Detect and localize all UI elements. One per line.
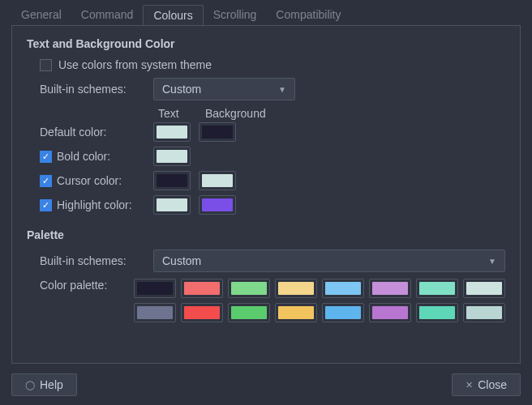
- palette-swatch-15[interactable]: [463, 303, 505, 322]
- system-theme-label: Use colors from system theme: [58, 58, 212, 71]
- default-bg-swatch[interactable]: [199, 122, 236, 142]
- tab-bar: General Command Colours Scrolling Compat…: [0, 0, 532, 25]
- column-headers: Text Background: [27, 107, 505, 120]
- builtin-schemes-row: Built-in schemes: Custom ▼: [27, 75, 505, 104]
- bold-color-row: ✓ Bold color:: [27, 144, 505, 168]
- col-text-header: Text: [158, 107, 195, 120]
- help-icon: ◯: [25, 380, 35, 390]
- default-text-swatch[interactable]: [153, 122, 191, 142]
- close-icon: ✕: [466, 380, 473, 390]
- builtin-schemes-select[interactable]: Custom ▼: [153, 78, 295, 100]
- system-theme-row[interactable]: Use colors from system theme: [27, 55, 505, 75]
- system-theme-checkbox[interactable]: [40, 59, 52, 71]
- palette-swatch-13[interactable]: [369, 303, 411, 322]
- palette-swatch-5[interactable]: [369, 279, 411, 298]
- palette-swatch-6[interactable]: [416, 279, 458, 298]
- tab-scrolling[interactable]: Scrolling: [204, 5, 267, 25]
- section-palette-title: Palette: [27, 228, 505, 241]
- palette-swatch-1[interactable]: [181, 279, 223, 298]
- close-button-label: Close: [478, 378, 507, 391]
- palette-swatch-2[interactable]: [228, 279, 270, 298]
- col-bg-header: Background: [205, 107, 270, 120]
- palette-schemes-select[interactable]: Custom ▼: [153, 249, 505, 272]
- palette-swatch-3[interactable]: [275, 279, 317, 298]
- tab-colours[interactable]: Colours: [143, 5, 203, 25]
- close-button[interactable]: ✕ Close: [452, 373, 521, 396]
- bold-text-swatch[interactable]: [153, 147, 191, 166]
- tab-general[interactable]: General: [11, 5, 71, 25]
- bold-checkbox[interactable]: ✓: [40, 151, 52, 163]
- palette-swatch-10[interactable]: [228, 303, 270, 322]
- builtin-schemes-value: Custom: [162, 83, 201, 96]
- palette-schemes-row: Built-in schemes: Custom ▼: [27, 246, 505, 275]
- help-button[interactable]: ◯ Help: [11, 373, 77, 396]
- highlight-bg-swatch[interactable]: [199, 195, 236, 215]
- palette-swatch-14[interactable]: [416, 303, 458, 322]
- palette-swatch-8[interactable]: [134, 303, 176, 322]
- palette-grid: [134, 279, 505, 322]
- tab-compatibility[interactable]: Compatibility: [266, 5, 350, 25]
- footer: ◯ Help ✕ Close: [0, 373, 532, 396]
- palette-schemes-label: Built-in schemes:: [40, 254, 145, 267]
- default-color-row: Default color:: [27, 120, 505, 144]
- chevron-down-icon: ▼: [278, 85, 286, 94]
- palette-swatch-0[interactable]: [134, 279, 176, 298]
- cursor-text-swatch[interactable]: [153, 171, 191, 190]
- settings-panel: Text and Background Color Use colors fro…: [11, 25, 521, 364]
- cursor-bg-swatch[interactable]: [199, 171, 236, 190]
- palette-label: Color palette:: [40, 279, 126, 292]
- palette-swatch-9[interactable]: [181, 303, 223, 322]
- palette-row: Color palette:: [27, 275, 505, 326]
- palette-swatch-11[interactable]: [275, 303, 317, 322]
- default-color-label: Default color:: [40, 126, 106, 139]
- highlight-text-swatch[interactable]: [153, 195, 191, 215]
- cursor-color-row: ✓ Cursor color:: [27, 168, 505, 193]
- highlight-color-row: ✓ Highlight color:: [27, 193, 505, 217]
- chevron-down-icon: ▼: [488, 257, 496, 266]
- highlight-checkbox[interactable]: ✓: [40, 199, 52, 211]
- palette-schemes-value: Custom: [162, 254, 201, 267]
- help-button-label: Help: [40, 378, 63, 391]
- cursor-color-label: Cursor color:: [57, 174, 122, 187]
- builtin-schemes-label: Built-in schemes:: [40, 83, 145, 96]
- cursor-checkbox[interactable]: ✓: [40, 175, 52, 187]
- section-text-bg-title: Text and Background Color: [27, 37, 505, 50]
- tab-command[interactable]: Command: [71, 5, 144, 25]
- palette-swatch-12[interactable]: [322, 303, 364, 322]
- bold-color-label: Bold color:: [57, 150, 110, 163]
- palette-swatch-4[interactable]: [322, 279, 364, 298]
- highlight-color-label: Highlight color:: [57, 198, 132, 211]
- palette-swatch-7[interactable]: [463, 279, 505, 298]
